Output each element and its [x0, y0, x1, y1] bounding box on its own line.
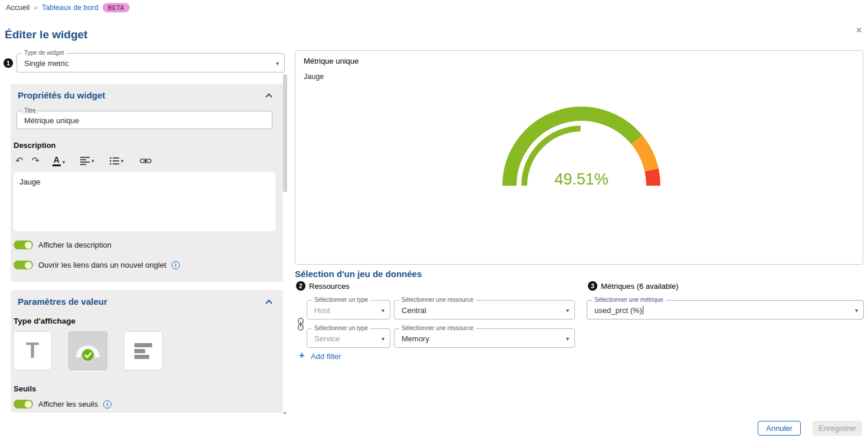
widget-editor-screen: Accueil > Tableaux de bord BETA Éditer l…	[0, 0, 868, 438]
display-type-label: Type d'affichage	[14, 317, 75, 325]
undo-icon[interactable]: ↶	[15, 156, 23, 166]
resource-type-select-2-label: Sélectionner un type	[312, 325, 370, 331]
collapse-chevron-icon[interactable]	[265, 299, 272, 306]
redo-icon[interactable]: ↷	[31, 156, 39, 166]
preview-subtitle: Jauge	[304, 73, 324, 81]
show-description-row: Afficher la description	[14, 241, 111, 249]
step-2-badge: 2	[296, 281, 305, 291]
list-button[interactable]: ▾	[110, 157, 124, 165]
title-field-value: Métrique unique	[24, 116, 79, 124]
open-links-label: Ouvrir les liens dans un nouvel onglet	[38, 261, 166, 269]
add-filter-link[interactable]: Add filter	[311, 352, 341, 361]
title-field[interactable]: Titre Métrique unique	[17, 111, 272, 129]
show-thresholds-row: Afficher les seuils i	[14, 400, 111, 409]
resource-select-1-label: Sélectionner une ressource	[399, 297, 476, 303]
dropdown-arrow-icon[interactable]: ▾	[566, 335, 569, 341]
open-links-row: Ouvrir les liens dans un nouvel onglet i	[14, 261, 180, 269]
resource-type-select-1-label: Sélectionner un type	[312, 297, 370, 303]
text-color-button[interactable]: A ▾	[52, 156, 65, 166]
text-display-icon: T	[26, 340, 39, 361]
caret-down-icon: ▾	[121, 158, 124, 165]
resources-label: Ressources	[309, 282, 350, 291]
display-type-gauge-button[interactable]	[68, 331, 107, 370]
dropdown-arrow-icon[interactable]: ▾	[276, 60, 279, 66]
widget-type-select[interactable]: Type de widget Single metric ▾	[17, 53, 285, 73]
metric-select[interactable]: Sélectionner une métrique used_prct (%) …	[587, 300, 864, 320]
value-params-panel: Paramètres de valeur Type d'affichage T …	[11, 290, 283, 413]
value-params-panel-title: Paramètres de valeur	[18, 297, 107, 307]
align-left-icon	[80, 157, 90, 165]
show-description-toggle[interactable]	[14, 241, 33, 249]
gauge-display-icon	[74, 340, 101, 362]
breadcrumb: Accueil > Tableaux de bord BETA	[0, 0, 868, 15]
breadcrumb-separator-icon: >	[34, 4, 37, 11]
resource-select-2-label: Sélectionner une ressource	[399, 325, 476, 331]
dataset-section-title: Sélection d'un jeu de données	[295, 269, 422, 279]
dropdown-arrow-icon[interactable]: ▾	[566, 307, 569, 313]
show-description-label: Afficher la description	[38, 241, 111, 249]
metric-select-value: used_prct (%)	[594, 305, 642, 314]
resource-type-select-2-value: Service	[314, 334, 340, 343]
properties-panel-title: Propriétés du widget	[18, 90, 105, 100]
thresholds-label: Seuils	[14, 384, 36, 393]
collapse-chevron-icon[interactable]	[265, 93, 272, 100]
save-button[interactable]: Enregistrer	[813, 421, 862, 436]
gauge-segment-warning	[637, 140, 652, 170]
step-1-badge: 1	[4, 58, 13, 68]
resource-select-1[interactable]: Sélectionner une ressource Central ▾	[394, 300, 575, 320]
dropdown-arrow-icon[interactable]: ▾	[855, 307, 858, 313]
description-label: Description	[14, 141, 56, 150]
resource-type-select-1-value: Host	[314, 305, 330, 314]
scrollbar-thumb[interactable]	[283, 74, 287, 192]
bulleted-list-icon	[110, 157, 119, 165]
caret-down-icon: ▾	[91, 158, 94, 165]
description-toolbar: ↶ ↷ A ▾ ▾	[15, 153, 152, 169]
cancel-button[interactable]: Annuler	[758, 421, 801, 436]
resource-select-1-value: Central	[402, 305, 426, 314]
bars-display-icon	[133, 342, 153, 360]
title-field-label: Titre	[22, 107, 38, 114]
text-cursor	[643, 305, 644, 314]
widget-preview: Métrique unique Jauge 49.51%	[295, 50, 863, 265]
open-links-toggle[interactable]	[14, 261, 33, 269]
resource-type-select-1[interactable]: Sélectionner un type Host ▾	[307, 300, 390, 320]
plus-icon[interactable]: +	[299, 350, 304, 361]
align-button[interactable]: ▾	[80, 157, 94, 165]
info-icon[interactable]: i	[172, 261, 180, 269]
metric-select-label: Sélectionner une métrique	[592, 297, 666, 303]
metrics-label: Métriques (6 available)	[601, 282, 679, 291]
description-editor[interactable]: Jauge	[14, 172, 275, 231]
show-thresholds-toggle[interactable]	[14, 400, 33, 409]
breadcrumb-home-link[interactable]: Accueil	[6, 4, 29, 12]
info-icon[interactable]: i	[103, 400, 111, 409]
dropdown-arrow-icon[interactable]: ▾	[382, 335, 384, 341]
dropdown-arrow-icon[interactable]: ▾	[382, 307, 384, 313]
widget-type-select-label: Type de widget	[22, 50, 66, 56]
show-thresholds-label: Afficher les seuils	[38, 400, 98, 409]
text-color-icon: A	[52, 156, 61, 166]
step-3-badge: 3	[588, 281, 597, 291]
gauge-value-label: 49.51%	[484, 170, 679, 189]
breadcrumb-dashboards-link[interactable]: Tableaux de bord	[42, 4, 98, 12]
display-type-bars-button[interactable]	[124, 331, 163, 370]
page-title: Éditer le widget	[5, 28, 87, 41]
resource-select-2-value: Memory	[402, 334, 429, 343]
link-rows-icon	[297, 318, 305, 331]
preview-title: Métrique unique	[304, 57, 359, 65]
left-panel-scrollbar[interactable]: ⌄	[281, 51, 288, 415]
properties-panel: Propriétés du widget Titre Métrique uniq…	[11, 84, 283, 282]
resource-select-2[interactable]: Sélectionner une ressource Memory ▾	[394, 328, 575, 348]
widget-type-select-value: Single metric	[24, 58, 68, 67]
beta-badge: BETA	[103, 3, 130, 12]
resource-type-select-2[interactable]: Sélectionner un type Service ▾	[307, 328, 390, 348]
caret-down-icon: ▾	[63, 159, 65, 166]
link-icon[interactable]	[140, 157, 152, 164]
scroll-down-icon[interactable]: ⌄	[281, 408, 288, 415]
display-type-text-button[interactable]: T	[13, 331, 52, 370]
close-icon[interactable]: ×	[856, 25, 862, 35]
